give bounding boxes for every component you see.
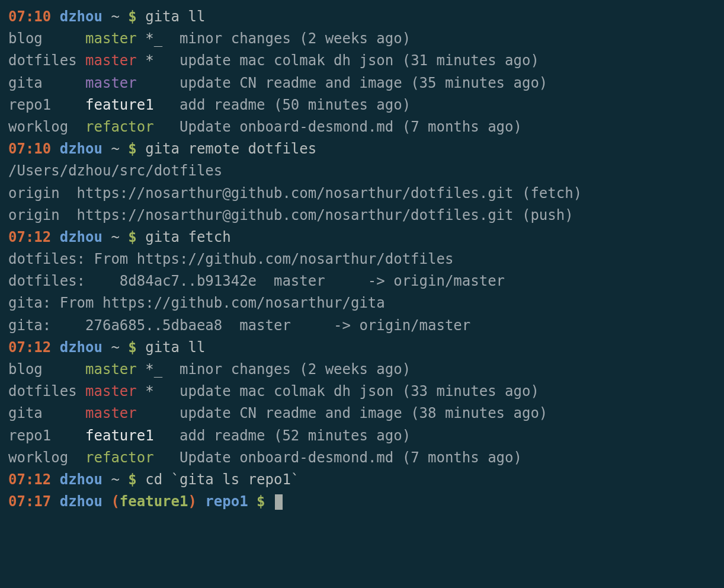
repo-name: blog [8, 30, 77, 47]
output-line: origin https://nosarthur@github.com/nosa… [8, 183, 716, 204]
prompt-dir: ~ [111, 8, 119, 25]
cursor[interactable] [275, 494, 283, 510]
repo-row: dotfiles master * update mac colmak dh j… [8, 381, 716, 402]
prompt-dir: repo1 [205, 493, 248, 510]
branch-name: master [77, 30, 137, 47]
commit-message: update CN readme and image (38 minutes a… [171, 405, 548, 421]
commit-message: add readme (52 minutes ago) [171, 427, 411, 444]
repo-name: worklog [8, 449, 77, 466]
status-flags [154, 97, 171, 113]
prompt-time: 07:17 [8, 493, 51, 510]
command-text: cd `gita ls repo1` [145, 471, 299, 488]
prompt-line: 07:12 dzhou ~ $ cd `gita ls repo1` [8, 469, 716, 491]
repo-name: repo1 [8, 427, 77, 444]
commit-message: update CN readme and image (35 minutes a… [171, 75, 548, 91]
repo-row: worklog refactor Update onboard-desmond.… [8, 116, 716, 138]
prompt-dir: ~ [111, 471, 119, 488]
prompt-user: dzhou [60, 8, 102, 25]
output-text: /Users/dzhou/src/dotfiles [8, 162, 222, 179]
command-text: gita ll [145, 8, 205, 25]
prompt-time: 07:12 [8, 339, 51, 356]
branch-name: feature1 [77, 97, 154, 113]
branch-name: master [77, 405, 137, 421]
prompt-dollar: $ [128, 229, 136, 245]
output-line: /Users/dzhou/src/dotfiles [8, 160, 716, 182]
repo-row: gita master update CN readme and image (… [8, 402, 716, 424]
status-flags [154, 119, 171, 135]
commit-message: add readme (50 minutes ago) [171, 97, 411, 113]
repo-name: dotfiles [8, 383, 77, 400]
output-text: dotfiles: 8d84ac7..b91342e master -> ori… [8, 273, 505, 289]
prompt-user: dzhou [60, 229, 102, 245]
prompt-line: 07:10 dzhou ~ $ gita remote dotfiles [8, 138, 716, 160]
status-flags [154, 449, 171, 466]
prompt-dollar: $ [128, 140, 136, 157]
prompt-user: dzhou [60, 339, 102, 356]
branch-name: refactor [77, 449, 154, 466]
repo-name: blog [8, 361, 77, 378]
prompt-dir: ~ [111, 229, 119, 245]
status-flags: *_ [137, 30, 171, 47]
output-line: gita: 276a685..5dbaea8 master -> origin/… [8, 315, 716, 337]
prompt-dollar: $ [128, 471, 136, 488]
repo-name: dotfiles [8, 52, 77, 69]
command-text: gita fetch [145, 229, 231, 245]
output-line: origin https://nosarthur@github.com/nosa… [8, 204, 716, 226]
prompt-dollar: $ [128, 8, 136, 25]
prompt-dollar: $ [128, 339, 136, 356]
branch-name: master [77, 75, 137, 91]
commit-message: minor changes (2 weeks ago) [171, 361, 411, 378]
prompt-dir: ~ [111, 339, 119, 356]
branch-name: master [77, 361, 137, 378]
repo-row: blog master *_ minor changes (2 weeks ag… [8, 28, 716, 50]
branch-name: refactor [77, 119, 154, 135]
status-flags: * [137, 383, 171, 400]
repo-row: worklog refactor Update onboard-desmond.… [8, 447, 716, 469]
prompt-user: dzhou [60, 471, 102, 488]
repo-row: blog master *_ minor changes (2 weeks ag… [8, 359, 716, 381]
status-flags [154, 427, 171, 444]
paren-close: ) [188, 493, 196, 510]
output-text: origin https://nosarthur@github.com/nosa… [8, 207, 574, 223]
prompt-time: 07:12 [8, 471, 51, 488]
prompt-line: 07:10 dzhou ~ $ gita ll [8, 6, 716, 28]
output-text: gita: From https://github.com/nosarthur/… [8, 295, 385, 311]
prompt-line: 07:12 dzhou ~ $ gita fetch [8, 226, 716, 248]
repo-row: repo1 feature1 add readme (50 minutes ag… [8, 94, 716, 116]
repo-row: dotfiles master * update mac colmak dh j… [8, 50, 716, 72]
repo-name: gita [8, 75, 77, 91]
prompt-time: 07:10 [8, 8, 51, 25]
branch-name: master [77, 52, 137, 69]
commit-message: update mac colmak dh json (33 minutes ag… [171, 383, 539, 400]
prompt-user: dzhou [60, 140, 102, 157]
output-text: dotfiles: From https://github.com/nosart… [8, 251, 453, 267]
output-line: dotfiles: 8d84ac7..b91342e master -> ori… [8, 270, 716, 292]
status-flags [137, 405, 171, 421]
commit-message: Update onboard-desmond.md (7 months ago) [171, 119, 522, 135]
prompt-dollar: $ [257, 493, 265, 510]
repo-name: repo1 [8, 97, 77, 113]
terminal[interactable]: 07:10 dzhou ~ $ gita llblog master *_ mi… [8, 6, 716, 513]
status-flags: * [137, 52, 171, 69]
branch-name: feature1 [77, 427, 154, 444]
status-flags: *_ [137, 361, 171, 378]
output-text: origin https://nosarthur@github.com/nosa… [8, 185, 582, 202]
prompt-time: 07:10 [8, 140, 51, 157]
prompt-user: dzhou [60, 493, 102, 510]
repo-name: worklog [8, 119, 77, 135]
prompt-time: 07:12 [8, 229, 51, 245]
command-text: gita ll [145, 339, 205, 356]
repo-row: gita master update CN readme and image (… [8, 72, 716, 94]
prompt-line: 07:17 dzhou (feature1) repo1 $ [8, 491, 716, 513]
prompt-line: 07:12 dzhou ~ $ gita ll [8, 337, 716, 359]
output-line: dotfiles: From https://github.com/nosart… [8, 248, 716, 270]
repo-name: gita [8, 405, 77, 421]
commit-message: update mac colmak dh json (31 minutes ag… [171, 52, 539, 69]
status-flags [137, 75, 171, 91]
commit-message: minor changes (2 weeks ago) [171, 30, 411, 47]
repo-row: repo1 feature1 add readme (52 minutes ag… [8, 425, 716, 447]
output-text: gita: 276a685..5dbaea8 master -> origin/… [8, 317, 470, 334]
command-text: gita remote dotfiles [145, 140, 316, 157]
output-line: gita: From https://github.com/nosarthur/… [8, 292, 716, 314]
prompt-dir: ~ [111, 140, 119, 157]
